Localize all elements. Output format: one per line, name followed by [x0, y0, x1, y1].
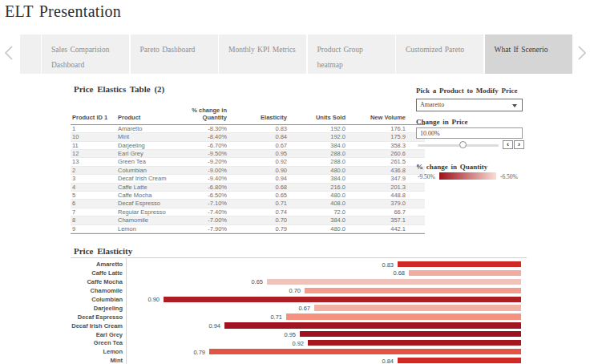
- column-header: Product ID 1: [71, 111, 116, 123]
- elasticity-bar[interactable]: [267, 279, 521, 285]
- tab-product-group-heatmap[interactable]: Product Group heatmap: [308, 34, 395, 74]
- table-cell: 442.1: [347, 225, 407, 233]
- elasticity-bar[interactable]: [164, 297, 521, 302]
- table-cell: -9.40%: [183, 175, 228, 182]
- table-cell: 480.0: [289, 225, 347, 233]
- elasticity-bar[interactable]: [224, 322, 521, 328]
- table-row[interactable]: 4Caffe Latte-6.80%0.68216.0201.3: [71, 184, 425, 192]
- table-cell: 480.0: [289, 167, 347, 174]
- chart-row: Earl Grey0.95: [71, 330, 527, 339]
- chart-category-label: Decaf Irish Cream: [71, 322, 123, 330]
- elasticity-bar[interactable]: [286, 313, 521, 319]
- table-row[interactable]: 8Chamomile-7.00%0.70384.0357.1: [71, 216, 425, 224]
- table-row[interactable]: 9Lemon-7.90%0.79480.0442.1: [71, 225, 425, 233]
- table-cell: 9: [71, 225, 116, 233]
- column-header: % change in Quantity: [183, 104, 228, 124]
- bar-value-label: 0.70: [289, 287, 301, 294]
- elasticity-bar[interactable]: [209, 349, 521, 354]
- tab-sales-comparision-dashboard[interactable]: Sales Comparision Dashboard: [42, 34, 129, 74]
- chart-category-label: Caffe Latte: [71, 269, 123, 277]
- bar-value-label: 0.92: [292, 340, 304, 347]
- table-row[interactable]: 5Caffe Mocha-6.50%0.65480.0448.8: [71, 192, 425, 200]
- slider-knob[interactable]: [459, 141, 467, 148]
- elasticity-bar[interactable]: [398, 358, 521, 363]
- table-row[interactable]: 13Green Tea-9.20%0.92288.0261.5: [71, 158, 425, 166]
- page-title: ELT Presentation: [5, 2, 121, 21]
- table-body: 1Amaretto-8.30%0.83192.0176.110Mint-8.40…: [71, 125, 425, 234]
- bar-value-label: 0.95: [284, 331, 296, 338]
- table-cell: 7: [71, 208, 116, 216]
- column-header: New Volume: [347, 111, 407, 123]
- bar-value-label: 0.90: [148, 296, 160, 303]
- table-cell: 175.9: [347, 133, 407, 140]
- bar-value-label: 0.84: [382, 358, 394, 364]
- table-cell: Green Tea: [116, 158, 183, 165]
- table-cell: 261.5: [347, 158, 407, 165]
- bar-value-label: 0.65: [251, 278, 263, 285]
- table-row[interactable]: 12Earl Grey-9.50%0.95288.0260.6: [71, 150, 425, 158]
- table-cell: 201.3: [347, 184, 407, 191]
- table-cell: 0.83: [228, 125, 289, 132]
- table-row[interactable]: 2Columbian-9.00%0.90480.0436.8: [71, 167, 425, 175]
- table-cell: -7.10%: [183, 200, 228, 207]
- product-picker-label: Pick a Product to Modify Price: [416, 87, 518, 95]
- chart-plot-area: 0.67: [127, 304, 521, 313]
- scroll-left-icon[interactable]: [3, 45, 14, 61]
- table-cell: Decaf Irish Cream: [116, 175, 183, 182]
- quantity-legend-label: % change in Quantity: [416, 163, 487, 171]
- table-header: Product ID 1Product% change in QuantityE…: [71, 104, 425, 125]
- table-row[interactable]: 10Mint-8.40%0.84192.0175.9: [71, 133, 425, 141]
- table-cell: 192.0: [289, 133, 347, 140]
- table-cell: 480.0: [289, 192, 347, 199]
- dashboard-root: ELT Presentation Sales Comparision Dashb…: [0, 0, 590, 364]
- table-cell: 347.9: [347, 175, 407, 182]
- tab-what-if-scenerio[interactable]: What If Scenerio: [485, 34, 572, 74]
- product-picker-dropdown[interactable]: Amaretto: [416, 99, 523, 111]
- table-row[interactable]: 1Amaretto-8.30%0.83192.0176.1: [71, 125, 425, 133]
- tab-pareto-dashboard[interactable]: Pareto Dashboard: [131, 34, 218, 74]
- slider-decrement-button[interactable]: ‹: [503, 140, 513, 149]
- price-change-input[interactable]: [416, 127, 523, 139]
- scroll-right-icon[interactable]: [576, 45, 588, 61]
- table-cell: Columbian: [116, 167, 183, 174]
- price-change-slider[interactable]: [418, 144, 499, 147]
- column-header: Units Sold: [289, 111, 347, 123]
- elasticity-bar[interactable]: [314, 305, 521, 310]
- table-cell: 288.0: [289, 150, 347, 157]
- table-cell: 176.1: [347, 125, 407, 132]
- tab-customized-pareto[interactable]: Customized Pareto: [396, 34, 483, 74]
- table-cell: 260.6: [347, 150, 407, 157]
- table-cell: 0.74: [228, 208, 289, 216]
- chart-category-label: Mint: [71, 357, 123, 364]
- chart-row: Decaf Espresso0.71: [71, 313, 527, 322]
- table-row[interactable]: 7Regular Espresso-7.40%0.7472.066.7: [71, 208, 425, 216]
- table-cell: 379.0: [347, 200, 407, 207]
- elasticity-bar[interactable]: [300, 331, 521, 337]
- chart-row: Darjeeling0.67: [71, 304, 527, 313]
- table-cell: -7.40%: [183, 208, 228, 216]
- table-row[interactable]: 11Darjeeling-6.70%0.67384.0358.3: [71, 142, 425, 150]
- table-cell: -9.20%: [183, 158, 228, 165]
- tab-monthly-kpi-metrics[interactable]: Monthly KPI Metrics: [219, 34, 306, 74]
- table-row[interactable]: 3Decaf Irish Cream-9.40%0.94384.0347.9: [71, 175, 425, 183]
- table-cell: 216.0: [289, 184, 347, 191]
- table-cell: 192.0: [289, 125, 347, 132]
- chart-category-label: Lemon: [71, 348, 123, 355]
- table-cell: 12: [71, 150, 116, 157]
- table-cell: 0.68: [228, 184, 289, 191]
- elasticity-bar[interactable]: [398, 261, 521, 267]
- table-row[interactable]: 6Decaf Espresso-7.10%0.71408.0379.0: [71, 200, 425, 208]
- elasticity-bar[interactable]: [409, 270, 521, 276]
- chart-plot-area: 0.70: [127, 286, 521, 295]
- slider-increment-button[interactable]: ›: [514, 140, 524, 149]
- table-cell: 0.70: [228, 216, 289, 224]
- table-cell: 357.1: [347, 216, 407, 224]
- chart-category-label: Darjeeling: [71, 305, 123, 312]
- chart-plot-area: 0.71: [127, 313, 521, 322]
- elasticity-bar[interactable]: [308, 340, 521, 346]
- table-cell: 0.65: [228, 192, 289, 199]
- chart-category-label: Chamomile: [71, 287, 123, 294]
- table-cell: 8: [71, 216, 116, 224]
- product-picker-value: Amaretto: [420, 101, 444, 108]
- elasticity-bar[interactable]: [305, 288, 521, 293]
